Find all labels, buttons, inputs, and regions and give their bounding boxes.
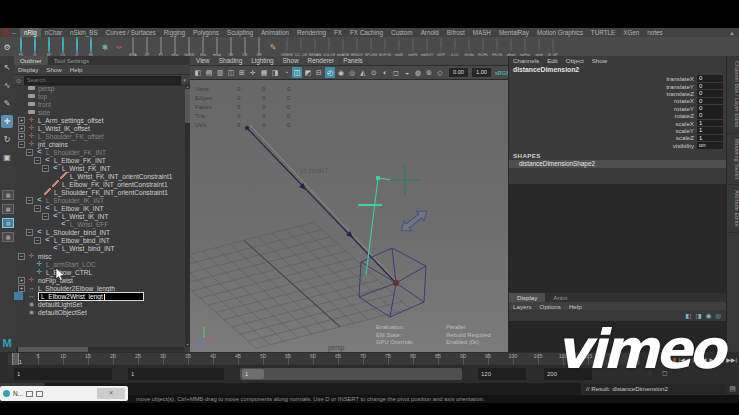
expander-plus-icon[interactable]: + [18, 133, 25, 140]
shelf-button-FT[interactable]: FT [154, 37, 168, 57]
viewport-menu-panels[interactable]: Panels [343, 57, 363, 64]
layer-tab-anim[interactable]: Anim [545, 293, 575, 302]
shelf-button-NE[interactable]: NE [224, 37, 238, 57]
viewport-toolbar-icon[interactable]: ✛ [248, 67, 258, 78]
layer-menu-layers[interactable]: Layers [513, 303, 532, 310]
attribute-value-field[interactable]: 0 [697, 90, 723, 97]
shelf-collapse-arrow-icon[interactable]: ▲ [729, 30, 739, 36]
shelf-tab-nSkin_BS[interactable]: nSkin_BS [66, 28, 102, 37]
layer-menu-help[interactable]: Help [569, 303, 582, 310]
viewport-toolbar-icon[interactable]: ◩ [303, 67, 313, 78]
tab-outliner[interactable]: Outliner [14, 56, 48, 65]
shelf-gear-icon[interactable]: ⚙ [0, 37, 14, 53]
shelf-tab-TURTLE[interactable]: TURTLE [587, 28, 619, 37]
viewport-toolbar-icon[interactable]: ◴ [325, 67, 335, 78]
expander-minus-icon[interactable]: − [42, 213, 49, 220]
expander-minus-icon[interactable]: − [34, 157, 41, 164]
expander-plus-icon[interactable]: + [18, 125, 25, 132]
viewport-menu-shading[interactable]: Shading [219, 57, 242, 64]
outliner-row[interactable]: −<L_Elbow_bind_INT [14, 236, 185, 244]
shelf-button-ROFK[interactable]: ROFK [476, 37, 490, 57]
layer-menu-options[interactable]: Options [540, 303, 561, 310]
shelf-button-jLOC[interactable]: jLOC [448, 37, 462, 57]
outliner-row[interactable]: −<L_Wrist_FK_INT [14, 164, 185, 172]
shelf-button-jSnSp[interactable]: jSnSp [462, 37, 476, 57]
expander-minus-icon[interactable]: − [42, 165, 49, 172]
expander-plus-icon[interactable]: + [18, 277, 25, 284]
shelf-button-mIar[interactable]: mIar [168, 37, 182, 57]
outliner-row[interactable]: +✛L_Arm_settings_offset [14, 116, 185, 124]
shape-node-row[interactable]: distanceDimensionShape2 [509, 160, 727, 168]
shelf-button-SK[interactable]: SK [84, 37, 98, 57]
shelf-button-GE[interactable]: GE [252, 37, 266, 57]
vertical-tab-attribute-editor[interactable]: Attribute Editor [727, 185, 739, 233]
shelf-tab-Rigging[interactable]: Rigging [160, 28, 189, 37]
viewport-toolbar-icon[interactable]: ⊟ [314, 67, 324, 78]
outliner-row[interactable]: top [14, 92, 185, 100]
filter-icon[interactable]: ⊙ [16, 77, 24, 84]
shelf-button-GaRN[interactable]: GaRN [182, 37, 196, 57]
shelf-button-RENAME[interactable]: RENAME [308, 37, 322, 57]
viewport-toolbar-icon[interactable]: ◧ [193, 67, 203, 78]
shelf-button-noFlip[interactable]: noFlip [518, 37, 532, 57]
pencil-icon[interactable]: ✎ [266, 37, 280, 53]
expander-minus-icon[interactable]: − [18, 253, 25, 260]
outliner-row[interactable]: side [14, 108, 185, 116]
shelf-button-mkROT[interactable]: mkROT [420, 37, 434, 57]
outliner-row[interactable]: +✛L_Shoulder_FK_offset [14, 132, 185, 140]
shelf-collapse-dash[interactable]: – [12, 29, 16, 36]
shelf-button-FK[interactable]: FK [14, 37, 28, 57]
playback-end-field[interactable]: 120 [478, 368, 526, 380]
expander-minus-icon[interactable]: − [26, 229, 33, 236]
outliner-row[interactable]: −✛misc [14, 252, 185, 260]
viewport-toolbar-icon[interactable]: ◨ [270, 67, 280, 78]
layout-four-pane-button[interactable]: ▦ [2, 204, 14, 214]
outliner-row[interactable]: −<L_Shoulder_FK_INT [14, 148, 185, 156]
shelf-tab-FX Caching[interactable]: FX Caching [346, 28, 387, 37]
outliner-row[interactable]: −<L_Elbow_FK_INT [14, 156, 185, 164]
vertical-tab-modeling-toolkit[interactable]: Modeling Toolkit [727, 134, 739, 185]
shelf-button-COLOR[interactable]: COLOR [322, 37, 336, 57]
shelf-tab-Curves / Surfaces[interactable]: Curves / Surfaces [102, 28, 160, 37]
close-icon[interactable]: ✕ [97, 388, 125, 399]
attribute-value-field[interactable]: 0 [697, 105, 723, 112]
range-slider-handle[interactable]: 1 [242, 369, 264, 379]
shelf-button-B_UP[interactable]: B_UP [546, 37, 560, 57]
vimeo-watermark[interactable]: vimeo [556, 318, 722, 381]
channel-box-menu-object[interactable]: Object [566, 57, 584, 64]
select-tool-button[interactable]: ↖ [1, 61, 13, 74]
window-menu-icon[interactable] [2, 29, 9, 36]
expander-minus-icon[interactable]: − [34, 237, 41, 244]
expander-minus-icon[interactable]: − [26, 149, 33, 156]
move-tool-button[interactable]: ✛ [1, 115, 13, 128]
shelf-button-mian[interactable]: mian [210, 37, 224, 57]
selected-object-name[interactable]: distanceDimension2 [509, 65, 727, 75]
viewport-toolbar-icon[interactable]: ◇ [435, 67, 445, 78]
outliner-row[interactable]: <L_Wrist_bind_INT [14, 244, 185, 252]
layout-hypershade-button[interactable]: ▦ [2, 232, 14, 242]
shelf-button-jGRP[interactable]: jGRP [434, 37, 448, 57]
layer-tab-display[interactable]: Display [509, 293, 545, 302]
attribute-value-field[interactable]: 1 [697, 120, 723, 127]
outliner-row[interactable]: L_Elbow_FK_INT_orientConstraint1 [14, 180, 185, 188]
channel-box-menu-edit[interactable]: Edit [547, 57, 558, 64]
paint-tool-button[interactable]: ✎ [1, 97, 13, 110]
rotate-tool-button[interactable]: ↻ [1, 133, 13, 146]
script-editor-icon[interactable]: ▤ [726, 385, 739, 393]
shelf-button-mkATM[interactable]: mkATM [336, 37, 350, 57]
attribute-value-field[interactable]: 1 [697, 135, 723, 142]
outliner-row[interactable]: ◉defaultObjectSet [14, 308, 185, 316]
shelf-tab-nRig[interactable]: nRig [20, 28, 41, 37]
expander-plus-icon[interactable]: + [18, 117, 25, 124]
shelf-tab-notes[interactable]: notes [643, 28, 666, 37]
shelf-button-SPCSW[interactable]: SPCSW [364, 37, 378, 57]
outliner-row[interactable]: L_Wrist_FK_INT_orientConstraint1 [14, 172, 185, 180]
viewport-toolbar-icon[interactable]: ▥ [215, 67, 225, 78]
expander-plus-icon[interactable]: + [18, 285, 25, 292]
outliner-menu-help[interactable]: Help [70, 66, 83, 73]
shelf-button-JT[interactable]: JT [70, 37, 84, 57]
outliner-row[interactable]: −<L_Shoulder_IK_INT [14, 196, 185, 204]
playback-start-field[interactable]: 1 [128, 368, 224, 380]
shelf-tab-Animation[interactable]: Animation [257, 28, 293, 37]
viewport-menu-lighting[interactable]: Lighting [251, 57, 273, 64]
